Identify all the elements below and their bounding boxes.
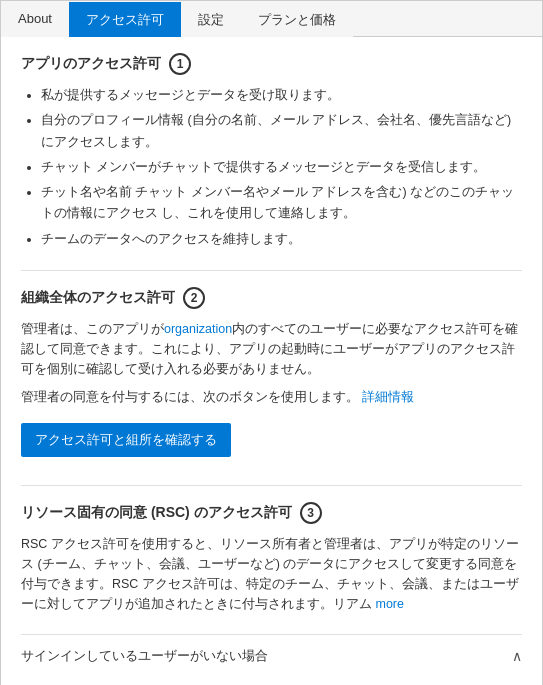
org-consent-text: 管理者の同意を付与するには、次のボタンを使用します。 詳細情報 <box>21 387 522 407</box>
app-access-header: アプリのアクセス許可 1 <box>21 53 522 75</box>
main-content: アプリのアクセス許可 1 私が提供するメッセージとデータを受け取ります。 自分の… <box>1 37 542 685</box>
no-signin-section: サインインしているユーザーがいない場合 ∧ -- <box>21 634 522 685</box>
divider-1 <box>21 270 522 271</box>
list-item: チット名や名前 チャット メンバー名やメール アドレスを含む) などのこのチャッ… <box>41 182 522 225</box>
org-desc-part1: 管理者は、このアプリが <box>21 322 164 336</box>
no-signin-body: -- <box>21 677 522 685</box>
tab-pricing[interactable]: プランと価格 <box>241 2 353 37</box>
list-item: チャット メンバーがチャットで提供するメッセージとデータを受信します。 <box>41 157 522 178</box>
rsc-more-link[interactable]: more <box>375 597 403 611</box>
list-item: 自分のプロフィール情報 (自分の名前、メール アドレス、会社名、優先言語など) … <box>41 110 522 153</box>
details-link[interactable]: 詳細情報 <box>362 390 414 404</box>
org-access-description: 管理者は、このアプリがorganization内のすべてのユーザーに必要なアクセ… <box>21 319 522 379</box>
no-signin-content: -- <box>21 681 33 685</box>
rsc-access-badge: 3 <box>300 502 322 524</box>
rsc-access-header: リソース固有の同意 (RSC) のアクセス許可 3 <box>21 502 522 524</box>
tab-access[interactable]: アクセス許可 <box>69 2 181 37</box>
list-item: チームのデータへのアクセスを維持します。 <box>41 229 522 250</box>
rsc-desc-text: RSC アクセス許可を使用すると、リソース所有者と管理者は、アプリが特定のリソー… <box>21 537 519 611</box>
org-link[interactable]: organization <box>164 322 232 336</box>
no-signin-chevron-icon: ∧ <box>512 648 522 664</box>
tab-settings[interactable]: 設定 <box>181 2 241 37</box>
list-item: 私が提供するメッセージとデータを受け取ります。 <box>41 85 522 106</box>
rsc-access-title: リソース固有の同意 (RSC) のアクセス許可 <box>21 504 292 522</box>
no-signin-header[interactable]: サインインしているユーザーがいない場合 ∧ <box>21 635 522 677</box>
tab-about[interactable]: About <box>1 2 69 37</box>
tab-bar: About アクセス許可 設定 プランと価格 <box>1 1 542 37</box>
rsc-description: RSC アクセス許可を使用すると、リソース所有者と管理者は、アプリが特定のリソー… <box>21 534 522 614</box>
org-access-badge: 2 <box>183 287 205 309</box>
app-access-badge: 1 <box>169 53 191 75</box>
rsc-access-section: リソース固有の同意 (RSC) のアクセス許可 3 RSC アクセス許可を使用す… <box>21 502 522 614</box>
divider-2 <box>21 485 522 486</box>
no-signin-title: サインインしているユーザーがいない場合 <box>21 647 268 665</box>
consent-label: 管理者の同意を付与するには、次のボタンを使用します。 <box>21 390 359 404</box>
org-access-section: 組織全体のアクセス許可 2 管理者は、このアプリがorganization内のす… <box>21 287 522 465</box>
org-access-header: 組織全体のアクセス許可 2 <box>21 287 522 309</box>
confirm-permissions-button[interactable]: アクセス許可と組所を確認する <box>21 423 231 457</box>
org-access-title: 組織全体のアクセス許可 <box>21 289 175 307</box>
app-access-title: アプリのアクセス許可 <box>21 55 161 73</box>
app-access-section: アプリのアクセス許可 1 私が提供するメッセージとデータを受け取ります。 自分の… <box>21 53 522 250</box>
app-access-list: 私が提供するメッセージとデータを受け取ります。 自分のプロフィール情報 (自分の… <box>21 85 522 250</box>
